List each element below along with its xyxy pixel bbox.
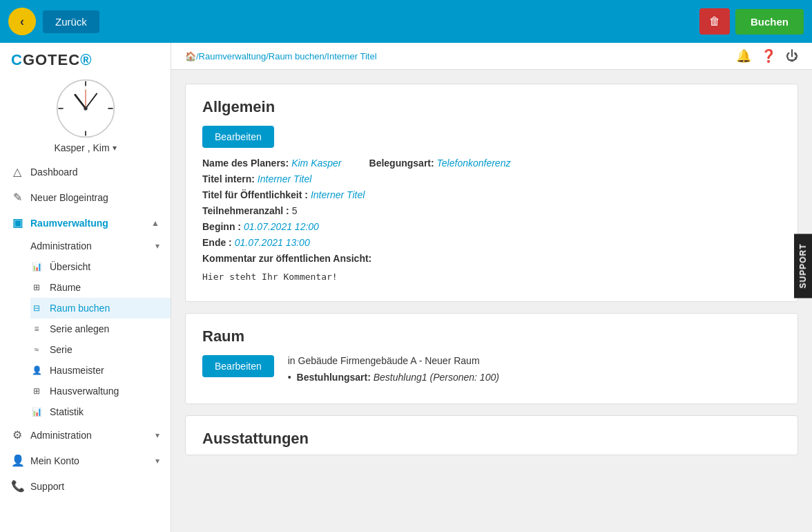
administration-main-icon: ⚙ [11,428,23,441]
support-tab[interactable]: SUPPORT [794,234,812,298]
name-des-planers-label: Name des Planers: [202,158,291,169]
kommentar-label: Kommentar zur öffentlichen Ansicht: [202,253,371,264]
allgemein-bearbeiten-button[interactable]: Bearbeiten [202,126,274,148]
sidebar-raumverwaltung-submenu: Administration ▾ 📊 Übersicht ⊞ Räume ⊟ R… [0,236,171,422]
logo: CGOTEC® [11,51,92,69]
hausmeister-icon: 👤 [30,365,43,375]
sidebar-item-dashboard[interactable]: △ Dashboard [0,159,171,184]
beginn-row: Beginn : 01.07.2021 12:00 [202,221,781,232]
administration-main-label: Administration [30,430,148,441]
hausmeister-label: Hausmeister [50,365,160,376]
allgemein-title: Allgemein [202,98,781,116]
back-arrow-icon: ‹ [20,15,24,29]
sidebar-item-raeume[interactable]: ⊞ Räume [30,277,171,298]
breadcrumb: 🏠/Raumverwaltung/Raum buchen/Interner Ti… [185,51,377,61]
statistik-icon: 📊 [30,407,43,417]
hausverwaltung-icon: ⊞ [30,386,43,396]
power-icon[interactable]: ⏻ [786,49,798,64]
chevron-down-icon: ▾ [113,143,117,153]
delete-button[interactable]: 🗑 [699,8,730,35]
raum-bestuhlungsart: • Bestuhlungsart: Bestuhlung1 (Personen:… [288,372,781,383]
notification-icon[interactable]: 🔔 [736,48,751,64]
raum-card: Raum Bearbeiten in Gebäude Firmengebäude… [185,313,798,404]
sidebar-item-administration-main[interactable]: ⚙ Administration ▾ [0,422,171,448]
mein-konto-arrow-icon: ▾ [155,456,160,466]
trash-icon: 🗑 [709,15,720,27]
back-button[interactable]: Zurück [43,10,99,33]
user-name-text: Kasper , Kim [54,142,109,153]
teilnehmeranzahl-value: 5 [292,205,298,216]
clock-area: Kasper , Kim ▾ [0,69,171,159]
titel-oeffentlichkeit-value: Interner Titel [311,189,365,200]
sidebar: CGOTEC® Kasper , Kim ▾ [0,43,171,532]
content-area: 🏠/Raumverwaltung/Raum buchen/Interner Ti… [171,43,812,532]
raum-buchen-icon: ⊟ [30,303,43,313]
raumverwaltung-icon: ▣ [11,216,23,229]
topbar: ‹ Zurück 🗑 Buchen [0,0,812,43]
sidebar-logo: CGOTEC® [0,43,171,69]
belegungsart-label: Belegungsart: [369,158,437,169]
buchen-button[interactable]: Buchen [735,9,804,35]
main-layout: CGOTEC® Kasper , Kim ▾ [0,43,812,532]
teilnehmeranzahl-label: Teilnehmeranzahl : [202,205,292,216]
sidebar-item-raumverwaltung[interactable]: ▣ Raumverwaltung ▲ [0,210,171,236]
sidebar-item-hausmeister[interactable]: 👤 Hausmeister [30,360,171,381]
beginn-label: Beginn : [202,221,244,232]
content-scroll: Allgemein Bearbeiten Name des Planers: K… [171,70,812,532]
administration-main-arrow-icon: ▾ [155,430,160,440]
name-des-planers-row: Name des Planers: Kim Kasper [202,158,342,169]
raum-buchen-label: Raum buchen [50,303,160,314]
sidebar-item-hausverwaltung[interactable]: ⊞ Hausverwaltung [30,381,171,401]
belegungsart-row: Belegungsart: Telefonkonferenz [369,158,511,169]
belegungsart-value: Telefonkonferenz [437,158,511,169]
sidebar-item-neuer-blogeintrag[interactable]: ✎ Neuer Blogeintrag [0,184,171,210]
mein-konto-label: Mein Konto [30,455,148,466]
sidebar-item-mein-konto[interactable]: 👤 Mein Konto ▾ [0,448,171,473]
blog-icon: ✎ [11,191,23,204]
statistik-label: Statistik [50,406,160,417]
uebersicht-icon: 📊 [30,262,43,272]
sidebar-item-administration[interactable]: Administration ▾ [30,236,171,256]
sidebar-item-raum-buchen[interactable]: ⊟ Raum buchen [30,298,171,319]
serie-anlegen-icon: ≡ [30,324,43,334]
serie-anlegen-label: Serie anlegen [50,323,160,334]
ausstattung-card: Ausstattungen [185,415,798,455]
user-name[interactable]: Kasper , Kim ▾ [54,142,116,153]
bestuhlungsart-value: Bestuhlung1 (Personen: 100) [374,372,499,383]
clock [55,77,117,140]
sidebar-item-uebersicht[interactable]: 📊 Übersicht [30,256,171,277]
bestuhlungsart-label: Bestuhlungsart: [297,372,374,383]
mein-konto-icon: 👤 [11,454,23,467]
allgemein-row1: Name des Planers: Kim Kasper Belegungsar… [202,158,781,173]
bullet-icon: • [288,372,291,383]
sidebar-item-dashboard-label: Dashboard [30,167,160,178]
sidebar-item-serie-anlegen[interactable]: ≡ Serie anlegen [30,319,171,339]
uebersicht-label: Übersicht [50,261,160,272]
raum-content: Bearbeiten in Gebäude Firmengebäude A - … [202,355,781,387]
raum-bearbeiten-button[interactable]: Bearbeiten [202,355,274,377]
raum-info: in Gebäude Firmengebäude A - Neuer Raum … [288,355,781,383]
raeume-icon: ⊞ [30,283,43,292]
sidebar-item-support[interactable]: 📞 Support [0,473,171,499]
ende-row: Ende : 01.07.2021 13:00 [202,237,781,248]
support-label: Support [30,481,160,492]
ausstattung-title: Ausstattungen [202,430,781,448]
raeume-label: Räume [50,282,160,293]
raumverwaltung-expand-icon: ▲ [151,218,160,228]
serie-label: Serie [50,344,160,355]
ende-value: 01.07.2021 13:00 [235,237,310,248]
name-des-planers-value: Kim Kasper [291,158,341,169]
titel-intern-label: Titel intern: [202,173,258,184]
topbar-right-actions: 🗑 Buchen [699,8,804,35]
sidebar-nav: △ Dashboard ✎ Neuer Blogeintrag ▣ Raumve… [0,159,171,499]
raum-building: in Gebäude Firmengebäude A - Neuer Raum [288,355,781,366]
titel-oeffentlichkeit-row: Titel für Öffentlichkeit : Interner Tite… [202,189,781,200]
sidebar-item-serie[interactable]: ≈ Serie [30,339,171,360]
kommentar-value: Hier steht Ihr Kommentar! [202,269,781,285]
allgemein-card: Allgemein Bearbeiten Name des Planers: K… [185,84,798,302]
sidebar-item-statistik[interactable]: 📊 Statistik [30,401,171,422]
kommentar-label-row: Kommentar zur öffentlichen Ansicht: [202,253,781,264]
sidebar-item-blog-label: Neuer Blogeintrag [30,192,160,203]
help-icon[interactable]: ❓ [761,48,776,64]
back-circle-button[interactable]: ‹ [8,8,36,35]
